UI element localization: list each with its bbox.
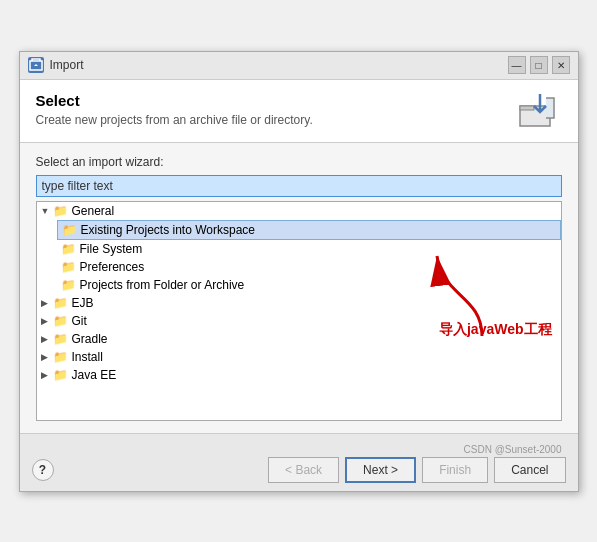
bottom-bar: ? < Back Next > Finish Cancel xyxy=(32,457,566,483)
import-dialog: Import — □ ✕ Select Create new projects … xyxy=(19,51,579,492)
title-bar: Import — □ ✕ xyxy=(20,52,578,80)
tree-group-gradle[interactable]: ▶ 📁 Gradle xyxy=(37,330,561,348)
wizard-label: Select an import wizard: xyxy=(36,155,562,169)
action-buttons: < Back Next > Finish Cancel xyxy=(268,457,565,483)
import-icon xyxy=(518,92,562,132)
folder-icon-gradle: 📁 xyxy=(53,332,68,346)
expand-icon-git: ▶ xyxy=(41,316,49,326)
folder-icon-git: 📁 xyxy=(53,314,68,328)
back-button[interactable]: < Back xyxy=(268,457,339,483)
content-section: Select an import wizard: ▼ 📁 General 📁 E… xyxy=(20,143,578,433)
item-label-file-system: File System xyxy=(80,242,143,256)
tree-item-file-system[interactable]: 📁 File System xyxy=(57,240,561,258)
tree-group-install[interactable]: ▶ 📁 Install xyxy=(37,348,561,366)
item-label-preferences: Preferences xyxy=(80,260,145,274)
tree-item-preferences[interactable]: 📁 Preferences xyxy=(57,258,561,276)
item-icon-preferences: 📁 xyxy=(61,260,76,274)
folder-icon-install: 📁 xyxy=(53,350,68,364)
item-label-projects-folder: Projects from Folder or Archive xyxy=(80,278,245,292)
finish-button[interactable]: Finish xyxy=(422,457,488,483)
header-text: Select Create new projects from an archi… xyxy=(36,92,313,127)
help-button[interactable]: ? xyxy=(32,459,54,481)
group-label-install: Install xyxy=(72,350,103,364)
group-label-gradle: Gradle xyxy=(72,332,108,346)
expand-icon-ejb: ▶ xyxy=(41,298,49,308)
tree-container: ▼ 📁 General 📁 Existing Projects into Wor… xyxy=(36,201,562,421)
page-description: Create new projects from an archive file… xyxy=(36,113,313,127)
bottom-section: CSDN @Sunset-2000 ? < Back Next > Finish… xyxy=(20,433,578,491)
filter-input[interactable] xyxy=(36,175,562,197)
header-section: Select Create new projects from an archi… xyxy=(20,80,578,143)
folder-icon-ejb: 📁 xyxy=(53,296,68,310)
expand-icon-general: ▼ xyxy=(41,206,49,216)
item-icon-filesystem: 📁 xyxy=(61,242,76,256)
title-bar-left: Import xyxy=(28,57,84,73)
svg-rect-2 xyxy=(520,106,534,110)
group-label-git: Git xyxy=(72,314,87,328)
item-icon-existing: 📁 xyxy=(62,223,77,237)
maximize-button[interactable]: □ xyxy=(530,56,548,74)
folder-icon-general: 📁 xyxy=(53,204,68,218)
expand-icon-install: ▶ xyxy=(41,352,49,362)
minimize-button[interactable]: — xyxy=(508,56,526,74)
expand-icon-gradle: ▶ xyxy=(41,334,49,344)
close-button[interactable]: ✕ xyxy=(552,56,570,74)
page-title: Select xyxy=(36,92,313,109)
window-controls: — □ ✕ xyxy=(508,56,570,74)
tree-group-git[interactable]: ▶ 📁 Git xyxy=(37,312,561,330)
item-icon-projects-folder: 📁 xyxy=(61,278,76,292)
window-title: Import xyxy=(50,58,84,72)
folder-icon-javaee: 📁 xyxy=(53,368,68,382)
tree-group-ejb[interactable]: ▶ 📁 EJB xyxy=(37,294,561,312)
cancel-button[interactable]: Cancel xyxy=(494,457,565,483)
tree-group-javaee[interactable]: ▶ 📁 Java EE xyxy=(37,366,561,384)
tree-item-existing-projects[interactable]: 📁 Existing Projects into Workspace xyxy=(57,220,561,240)
tree-item-projects-folder[interactable]: 📁 Projects from Folder or Archive xyxy=(57,276,561,294)
general-children: 📁 Existing Projects into Workspace 📁 Fil… xyxy=(37,220,561,294)
item-label-existing-projects: Existing Projects into Workspace xyxy=(81,223,256,237)
group-label-javaee: Java EE xyxy=(72,368,117,382)
next-button[interactable]: Next > xyxy=(345,457,416,483)
group-label-ejb: EJB xyxy=(72,296,94,310)
expand-icon-javaee: ▶ xyxy=(41,370,49,380)
tree-group-general[interactable]: ▼ 📁 General xyxy=(37,202,561,220)
window-icon xyxy=(28,57,44,73)
group-label-general: General xyxy=(72,204,115,218)
csdn-watermark: CSDN @Sunset-2000 xyxy=(32,442,566,457)
